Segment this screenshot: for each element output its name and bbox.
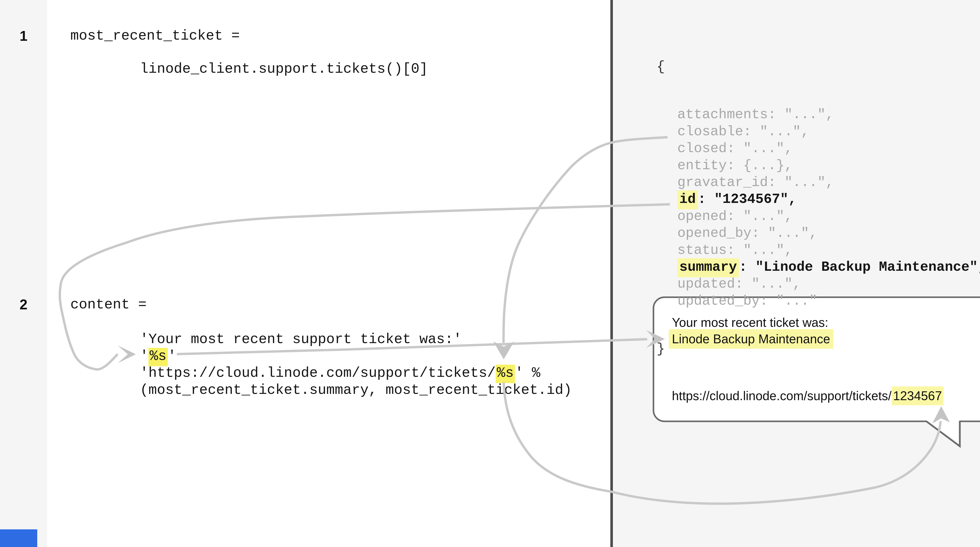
json-field-muted: attachments: "...", [678, 107, 834, 122]
arrowhead-at-placeholder-summary [118, 346, 136, 363]
json-field-muted: closed: "...", [678, 141, 792, 156]
code-line-2-args: (most_recent_ticket.summary, most_recent… [140, 381, 572, 399]
code-line-2-assignment: content = [70, 296, 146, 314]
line-number-gutter [0, 0, 47, 547]
panel-divider [610, 0, 613, 547]
bubble-url-line: https://cloud.linode.com/support/tickets… [672, 389, 943, 403]
json-field-row: gravatar_id: "...", [657, 174, 980, 191]
code-line-2-string3: 'https://cloud.linode.com/support/ticket… [140, 364, 540, 382]
code-text: ' % [515, 365, 540, 381]
placeholder-id-highlight: %s [496, 365, 515, 383]
code-line-1-assignment: most_recent_ticket = [70, 27, 240, 45]
json-field-muted: gravatar_id: "...", [678, 175, 834, 190]
json-field-muted: status: "...", [678, 242, 792, 258]
line-number-1: 1 [0, 27, 47, 45]
code-text: ' [168, 348, 176, 364]
arrowhead-at-url-placeholder [493, 341, 514, 359]
bubble-ticket-id-highlight: 1234567 [892, 386, 943, 405]
bubble-line-2: Linode Backup Maintenance [669, 332, 834, 346]
json-field-muted: updated: "...", [678, 276, 801, 292]
json-field-muted: closable: "...", [678, 124, 809, 139]
bubble-summary-highlight: Linode Backup Maintenance [669, 329, 834, 349]
json-field-row: updated_by: "..." [657, 293, 980, 309]
code-text: (most_recent_ticket.summary, most_recent… [140, 382, 572, 398]
json-field-row: opened_by: "...", [657, 225, 980, 242]
json-open-brace: { [657, 58, 980, 75]
json-field-row: closable: "...", [657, 123, 980, 140]
code-line-2-string1: 'Your most recent support ticket was:' [140, 330, 462, 348]
code-text: linode_client.support.tickets()[0] [140, 61, 428, 77]
code-text: content = [70, 297, 146, 313]
json-key-highlight: id [678, 190, 698, 209]
code-text: ' [140, 348, 148, 364]
json-field-row: status: "...", [657, 242, 980, 259]
json-field-row: summary: "Linode Backup Maintenance", [657, 259, 980, 276]
json-key-highlight: summary [678, 258, 739, 277]
code-text: 'Your most recent support ticket was:' [140, 331, 462, 348]
partial-blue-element [0, 529, 37, 547]
code-text: most_recent_ticket = [70, 28, 240, 44]
json-fields: attachments: "...",closable: "...",close… [657, 106, 980, 309]
bubble-line-1: Your most recent ticket was: [672, 315, 828, 330]
json-field-row: attachments: "...", [657, 106, 980, 123]
code-line-1-value: linode_client.support.tickets()[0] [140, 60, 428, 78]
json-field-row: opened: "...", [657, 208, 980, 225]
json-field-row: closed: "...", [657, 140, 980, 157]
json-field-muted: entity: {...}, [678, 158, 792, 173]
placeholder-summary-highlight: %s [148, 348, 167, 366]
json-field-row: updated: "...", [657, 276, 980, 292]
code-text: 'https://cloud.linode.com/support/ticket… [140, 365, 496, 381]
json-field-row: entity: {...}, [657, 157, 980, 174]
json-field-row: id: "1234567", [657, 191, 980, 208]
json-value-emphasized: : "Linode Backup Maintenance", [739, 259, 980, 275]
json-field-muted: updated_by: "..." [678, 293, 817, 309]
bubble-url-prefix: https://cloud.linode.com/support/tickets… [672, 389, 892, 403]
code-line-2-string2: '%s' [140, 348, 176, 365]
json-field-muted: opened: "...", [678, 209, 792, 224]
line-number-2: 2 [0, 296, 47, 313]
json-field-muted: opened_by: "...", [678, 225, 817, 241]
json-value-emphasized: : "1234567", [698, 191, 797, 207]
